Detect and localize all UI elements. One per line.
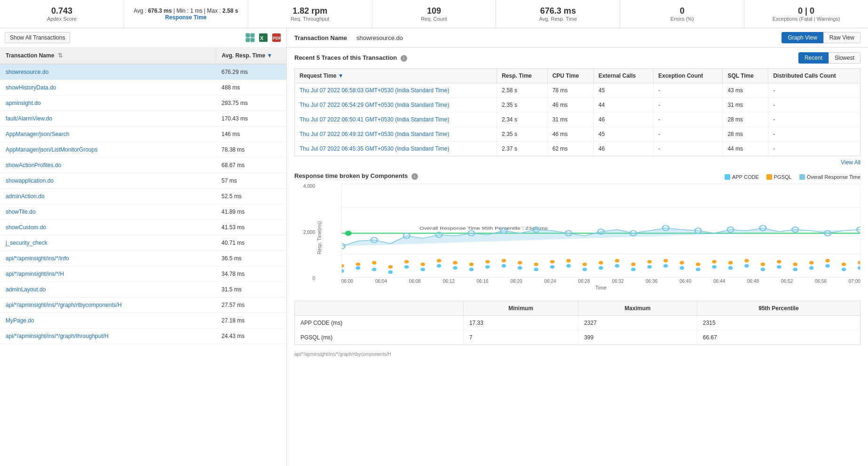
export-pdf-icon[interactable]: PDF xyxy=(271,32,282,43)
tick-0620: 06:20 xyxy=(511,279,522,284)
transactions-table-container: Transaction Name ⇅ Avg. Resp. Time ▼ sho… xyxy=(0,48,286,466)
transaction-link[interactable]: j_security_check xyxy=(6,240,47,246)
transaction-link[interactable]: showActionProfiles.do xyxy=(6,162,61,169)
tick-0624: 06:24 xyxy=(544,279,556,284)
table-row[interactable]: AppManager/json/ListMonitorGroups 78.38 … xyxy=(0,142,286,158)
trace-reqtime-cell: Thu Jul 07 2022 06:49:32 GMT+0530 (India… xyxy=(295,127,497,142)
trace-distributedcalls-cell: - xyxy=(768,112,860,127)
export-grid-icon[interactable] xyxy=(245,32,255,43)
slowest-button[interactable]: Slowest xyxy=(829,52,860,64)
svg-point-27 xyxy=(517,261,522,265)
transaction-link[interactable]: showapplication.do xyxy=(6,177,54,184)
view-all-link[interactable]: View All xyxy=(287,156,868,169)
table-row[interactable]: apminsight.do 293.75 ms xyxy=(0,96,286,111)
recent-button[interactable]: Recent xyxy=(798,52,829,64)
col-header-name[interactable]: Transaction Name ⇅ xyxy=(0,48,216,64)
transaction-name-label: Transaction Name xyxy=(294,34,347,41)
legend-appcode-label: APP CODE xyxy=(732,174,759,180)
transaction-link[interactable]: api/*/apminsight/ins/*/info xyxy=(6,255,69,262)
transaction-resptime-cell: 68.67 ms xyxy=(216,158,286,173)
transaction-link[interactable]: showTile.do xyxy=(6,209,36,215)
table-row[interactable]: api/*/apminsight/ins/*/H 34.78 ms xyxy=(0,266,286,282)
transaction-link[interactable]: apminsight.do xyxy=(6,100,41,106)
col-header-resptime[interactable]: Avg. Resp. Time ▼ xyxy=(216,48,286,64)
table-row[interactable]: api/*/apminsight/ins/*/graph/throughput/… xyxy=(0,329,286,344)
transaction-link[interactable]: AppManager/json/Search xyxy=(6,131,69,137)
transaction-link[interactable]: api/*/apminsight/ins/*/graph/throughput/… xyxy=(6,333,109,339)
table-row[interactable]: MyPage.do 27.18 ms xyxy=(0,313,286,329)
traces-info-icon[interactable]: i xyxy=(401,55,407,62)
transaction-link[interactable]: MyPage.do xyxy=(6,317,34,324)
table-row[interactable]: api/*/apminsight/ins/*/graph/rtbycompone… xyxy=(0,297,286,313)
table-row[interactable]: adminAction.do 52.5 ms xyxy=(0,189,286,204)
trace-exceptioncount-cell: - xyxy=(653,127,722,142)
trace-cputime-cell: 31 ms xyxy=(547,112,593,127)
transaction-link[interactable]: adminLayout.do xyxy=(6,286,46,293)
table-row[interactable]: fault/AlarmView.do 170.43 ms xyxy=(0,111,286,127)
avg-resp-value: 676.3 ms xyxy=(540,6,576,16)
trace-link[interactable]: Thu Jul 07 2022 06:50:41 GMT+0530 (India… xyxy=(300,116,450,123)
table-row[interactable]: j_security_check 40.71 ms xyxy=(0,235,286,251)
reqtime-sort-icon: ▼ xyxy=(338,72,344,79)
table-row[interactable]: AppManager/json/Search 146 ms xyxy=(0,127,286,142)
table-row[interactable]: showresource.do 676.29 ms xyxy=(0,64,286,80)
transaction-name-cell: showHistoryData.do xyxy=(0,80,216,96)
svg-point-61 xyxy=(534,267,539,272)
tick-0648: 06:48 xyxy=(747,279,759,284)
transaction-link[interactable]: api/*/apminsight/ins/*/H xyxy=(6,271,64,277)
trace-link[interactable]: Thu Jul 07 2022 06:49:32 GMT+0530 (India… xyxy=(300,131,450,137)
svg-point-22 xyxy=(436,258,442,263)
transaction-link[interactable]: api/*/apminsight/ins/*/graph/rtbycompone… xyxy=(6,302,122,308)
chart-info-icon[interactable]: i xyxy=(411,173,418,180)
svg-point-42 xyxy=(760,262,765,266)
svg-point-66 xyxy=(615,264,620,268)
table-row[interactable]: showHistoryData.do 488 ms xyxy=(0,80,286,96)
svg-point-64 xyxy=(582,267,587,272)
table-row[interactable]: api/*/apminsight/ins/*/info 36.5 ms xyxy=(0,251,286,266)
svg-point-25 xyxy=(485,260,490,264)
table-row[interactable]: showTile.do 41.89 ms xyxy=(0,204,286,220)
raw-view-button[interactable]: Raw View xyxy=(823,32,860,43)
trace-link[interactable]: Thu Jul 07 2022 06:45:35 GMT+0530 (India… xyxy=(300,145,450,152)
table-row[interactable]: adminLayout.do 31.5 ms xyxy=(0,282,286,297)
svg-point-62 xyxy=(550,265,555,269)
transaction-link[interactable]: fault/AlarmView.do xyxy=(6,115,52,122)
errors-label: Errors (%) xyxy=(671,16,694,22)
svg-point-36 xyxy=(663,258,668,263)
trace-col-externalcalls: External Calls xyxy=(593,69,653,83)
trace-link[interactable]: Thu Jul 07 2022 06:54:29 GMT+0530 (India… xyxy=(300,102,450,108)
chart-y-2000: 2,000 xyxy=(303,230,315,235)
transaction-link[interactable]: showHistoryData.do xyxy=(6,84,56,91)
svg-point-50 xyxy=(355,266,361,270)
table-row[interactable]: showapplication.do 57 ms xyxy=(0,173,286,189)
svg-point-74 xyxy=(744,264,749,268)
chart-legend: APP CODE PGSQL Overall Response Time xyxy=(725,170,860,182)
trace-col-reqtime[interactable]: Request Time ▼ xyxy=(295,69,497,83)
table-row[interactable]: showActionProfiles.do 68.67 ms xyxy=(0,158,286,173)
stats-row: APP CODE (ms) 17.33 2327 2315 xyxy=(295,316,860,330)
export-excel-icon[interactable]: X xyxy=(258,32,268,43)
traces-table: Request Time ▼ Resp. Time CPU Time Exter… xyxy=(294,68,860,156)
response-time-label[interactable]: Response Time xyxy=(165,14,206,21)
tick-0652: 06:52 xyxy=(781,279,793,284)
transaction-link[interactable]: showCustom.do xyxy=(6,224,46,231)
transaction-link[interactable]: adminAction.do xyxy=(6,193,45,200)
transaction-resptime-cell: 676.29 ms xyxy=(216,64,286,80)
stats-label-cell: PGSQL (ms) xyxy=(295,330,464,345)
trace-exceptioncount-cell: - xyxy=(653,83,722,98)
graph-view-button[interactable]: Graph View xyxy=(781,32,823,43)
transaction-link[interactable]: AppManager/json/ListMonitorGroups xyxy=(6,146,97,153)
trace-link[interactable]: Thu Jul 07 2022 06:58:03 GMT+0530 (India… xyxy=(300,87,450,94)
svg-point-34 xyxy=(631,262,636,266)
errors-value: 0 xyxy=(680,6,685,16)
left-toolbar: Show All Transactions X xyxy=(0,28,286,48)
svg-point-14 xyxy=(345,231,352,236)
tick-0604: 06:04 xyxy=(375,279,387,284)
transaction-resptime-cell: 40.71 ms xyxy=(216,235,286,251)
chart-x-ticks: 06:00 06:04 06:08 06:12 06:16 06:20 06:2… xyxy=(341,278,860,284)
transaction-resptime-cell: 293.75 ms xyxy=(216,96,286,111)
chart-wrapper: 4,000 2,000 0 Resp. Time(ms) xyxy=(294,184,860,291)
table-row[interactable]: showCustom.do 41.53 ms xyxy=(0,220,286,235)
show-all-transactions-button[interactable]: Show All Transactions xyxy=(5,32,70,43)
transaction-link[interactable]: showresource.do xyxy=(6,69,48,75)
